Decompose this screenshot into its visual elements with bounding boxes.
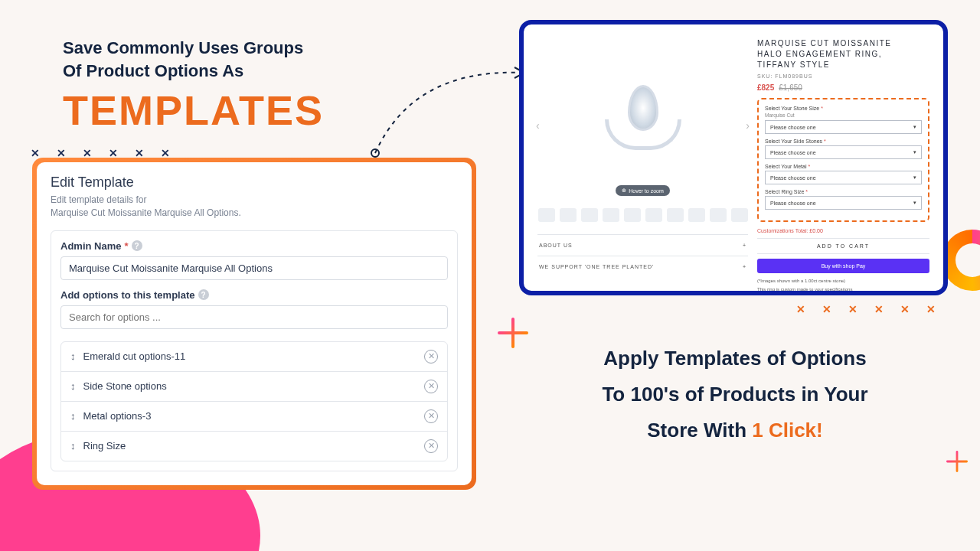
prev-image-icon[interactable]: ‹: [536, 119, 540, 132]
remove-option-button[interactable]: ✕: [424, 380, 438, 393]
stone-size-select[interactable]: Please choose one▾: [765, 120, 922, 134]
next-image-icon[interactable]: ›: [746, 119, 750, 132]
ring-size-label: Select Ring Size *: [765, 189, 922, 194]
headline-left: Save Commonly Uses Groups Of Product Opt…: [63, 37, 324, 134]
side-stones-select[interactable]: Please choose one▾: [765, 145, 922, 159]
thumbnail[interactable]: [710, 208, 727, 222]
chevron-down-icon: ▾: [913, 174, 916, 181]
stone-size-label: Select Your Stone Size *: [765, 106, 922, 111]
options-list: ↕Emerald cut options-11 ✕ ↕Side Stone op…: [60, 341, 448, 461]
chevron-down-icon: ▾: [913, 124, 916, 130]
drag-handle-icon[interactable]: ↕: [70, 410, 76, 422]
headline-r-line-3: Store With 1 Click!: [536, 412, 934, 448]
chevron-down-icon: ▾: [913, 200, 916, 206]
option-label: Side Stone options: [83, 380, 167, 392]
thumbnail[interactable]: [603, 208, 619, 222]
admin-name-label: Admin Name * ?: [60, 240, 448, 252]
option-row[interactable]: ↕Side Stone options ✕: [61, 372, 447, 402]
product-title: MARQUISE CUT MOISSANITE HALO ENGAGEMENT …: [757, 38, 929, 70]
fine-print: Please select your preferred moissanite …: [757, 295, 929, 295]
drag-handle-icon[interactable]: ↕: [70, 440, 76, 452]
product-ring-image: [597, 85, 689, 154]
accordion-about[interactable]: ABOUT US+: [537, 234, 748, 256]
add-options-label: Add options to this template ?: [60, 289, 448, 301]
headline-line-2: Of Product Options As: [63, 60, 324, 83]
admin-name-input[interactable]: [60, 256, 448, 280]
ring-size-select[interactable]: Please choose one▾: [765, 196, 922, 210]
fine-print: This ring is custom made to your specifi…: [757, 286, 929, 293]
thumbnail[interactable]: [731, 208, 748, 222]
option-label: Metal options-3: [83, 410, 152, 422]
fine-print: (*Images shown with a 1.00ct centre ston…: [757, 278, 929, 285]
stone-size-sub: Marquise Cut: [765, 112, 922, 118]
add-to-cart-button[interactable]: ADD TO CART: [757, 238, 929, 254]
option-row[interactable]: ↕Metal options-3 ✕: [61, 402, 447, 432]
metal-label: Select Your Metal *: [765, 164, 922, 169]
chevron-down-icon: ▾: [913, 149, 916, 155]
product-page-mock: ‹ › ⊕Hover to zoom ABOUT US+ WE SUPPORT …: [519, 20, 948, 295]
option-label: Ring Size: [83, 440, 126, 452]
thumbnail[interactable]: [667, 208, 684, 222]
option-row[interactable]: ↕Ring Size ✕: [61, 432, 447, 461]
accordion-tree[interactable]: WE SUPPORT 'ONE TREE PLANTED'+: [537, 256, 748, 277]
search-options-input[interactable]: [60, 305, 448, 329]
dashed-arrow: [368, 61, 528, 161]
headline-line-1: Save Commonly Uses Groups: [63, 37, 324, 60]
product-image-area: ‹ › ⊕Hover to zoom: [537, 38, 748, 201]
x-decoration-row: ✕✕✕✕✕✕: [796, 303, 936, 315]
panel-title: Edit Template: [51, 174, 458, 191]
hover-zoom-button[interactable]: ⊕Hover to zoom: [616, 185, 670, 196]
thumbnail[interactable]: [688, 208, 705, 222]
thumbnail[interactable]: [645, 208, 662, 222]
option-label: Emerald cut options-11: [83, 350, 186, 362]
help-icon[interactable]: ?: [132, 240, 142, 251]
sparkle-icon: [946, 451, 968, 472]
option-row[interactable]: ↕Emerald cut options-11 ✕: [61, 342, 447, 372]
product-options-highlighted: Select Your Stone Size * Marquise Cut Pl…: [757, 98, 929, 222]
metal-select[interactable]: Please choose one▾: [765, 171, 922, 184]
panel-subtitle: Edit template details for Marquise Cut M…: [51, 194, 458, 220]
product-thumbnails: [537, 208, 748, 222]
drag-handle-icon[interactable]: ↕: [70, 350, 76, 362]
drag-handle-icon[interactable]: ↕: [70, 380, 76, 392]
remove-option-button[interactable]: ✕: [424, 409, 438, 423]
customizations-total: Customizations Total: £0.00: [757, 228, 929, 233]
help-icon[interactable]: ?: [198, 289, 209, 300]
edit-template-panel: Edit Template Edit template details for …: [32, 158, 476, 490]
headline-templates: TEMPLATES: [63, 86, 324, 134]
product-price: £825£1,650: [757, 83, 929, 92]
headline-r-line-1: Apply Templates of Options: [536, 341, 934, 377]
headline-r-line-2: To 100's of Products in Your: [536, 377, 934, 412]
remove-option-button[interactable]: ✕: [424, 439, 438, 453]
sparkle-icon: [498, 318, 528, 348]
remove-option-button[interactable]: ✕: [424, 350, 438, 364]
thumbnail[interactable]: [624, 208, 641, 222]
thumbnail[interactable]: [560, 208, 577, 222]
headline-right: Apply Templates of Options To 100's of P…: [536, 341, 934, 448]
buy-with-shoppay-button[interactable]: Buy with shop Pay: [757, 259, 929, 273]
product-sku: SKU: FLM089BUS: [757, 73, 929, 79]
thumbnail[interactable]: [538, 208, 555, 222]
side-stones-label: Select Your Side Stones *: [765, 139, 922, 144]
thumbnail[interactable]: [581, 208, 598, 222]
